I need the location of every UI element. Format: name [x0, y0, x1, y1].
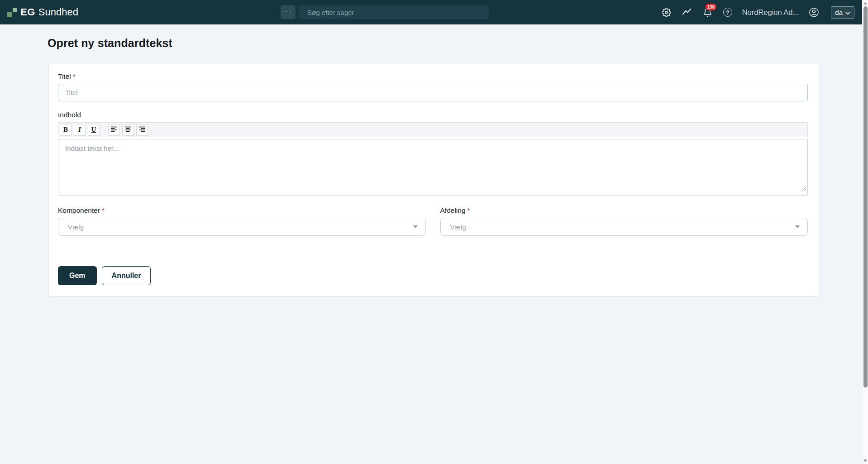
- ellipsis-icon: ···: [284, 7, 292, 15]
- afdeling-select[interactable]: Vælg: [440, 218, 808, 236]
- notifications-button[interactable]: 138: [702, 8, 713, 17]
- overflow-menu-button[interactable]: ···: [281, 5, 296, 19]
- page-title: Opret ny standardtekst: [48, 37, 862, 50]
- scrollbar-thumb[interactable]: [863, 6, 868, 387]
- afdeling-label: Afdeling*: [440, 206, 808, 215]
- required-marker: *: [102, 206, 105, 214]
- language-selector[interactable]: da: [831, 6, 854, 19]
- required-marker: *: [467, 206, 470, 214]
- caret-down-icon: [413, 225, 418, 228]
- top-navigation-bar: EG Sundhed ···: [0, 0, 868, 24]
- underline-button[interactable]: U: [88, 124, 100, 136]
- search-input[interactable]: [300, 5, 489, 19]
- activity-icon: [682, 8, 692, 17]
- richtext-toolbar: B I U: [58, 122, 808, 137]
- user-circle-icon: [809, 7, 819, 18]
- italic-button[interactable]: I: [74, 124, 86, 136]
- notification-count-badge: 138: [706, 4, 717, 10]
- account-organization-label[interactable]: NordRegion Ad...: [742, 8, 799, 17]
- align-center-button[interactable]: [122, 124, 134, 136]
- user-menu-button[interactable]: [808, 7, 820, 18]
- komponenter-field-group: Komponenter* Vælg: [58, 206, 426, 236]
- indhold-label: Indhold: [58, 111, 808, 119]
- question-circle-icon: ?: [723, 8, 732, 17]
- brand-home-link[interactable]: EG Sundhed: [7, 6, 78, 18]
- language-code-label: da: [835, 9, 843, 16]
- scrollbar-up-arrow-icon[interactable]: [863, 2, 867, 5]
- komponenter-select-placeholder: Vælg: [68, 223, 413, 231]
- titel-input[interactable]: [58, 84, 808, 101]
- activity-button[interactable]: [681, 8, 693, 17]
- logo-square-light: [13, 8, 17, 12]
- brand-name-product: Sundhed: [38, 6, 78, 18]
- cancel-button[interactable]: Annuller: [102, 266, 151, 285]
- header-actions: 138 ? NordRegion Ad... da: [661, 6, 854, 19]
- main-content: Opret ny standardtekst Titel* Indhold B …: [0, 24, 862, 464]
- required-marker: *: [73, 72, 76, 80]
- komponenter-label: Komponenter*: [58, 206, 426, 215]
- browser-scrollbar[interactable]: [862, 0, 868, 464]
- richtext-editor-area: [58, 139, 808, 196]
- question-glyph: ?: [726, 9, 730, 16]
- caret-down-icon: [795, 225, 800, 228]
- header-search-area: ···: [281, 5, 489, 19]
- settings-button[interactable]: [661, 8, 672, 17]
- help-button[interactable]: ?: [722, 8, 733, 17]
- afdeling-field-group: Afdeling* Vælg: [440, 206, 808, 236]
- titel-field-group: Titel*: [58, 72, 808, 101]
- form-actions: Gem Annuller: [58, 266, 808, 285]
- standardtekst-form-card: Titel* Indhold B I U: [48, 64, 819, 297]
- indhold-field-group: Indhold B I U: [58, 111, 808, 196]
- scrollbar-down-arrow-icon[interactable]: [863, 459, 867, 462]
- selects-row: Komponenter* Vælg Afdeling* Vælg: [58, 206, 808, 236]
- align-right-button[interactable]: [136, 124, 148, 136]
- indhold-textarea[interactable]: [58, 139, 808, 196]
- brand-name-bold: EG: [20, 6, 35, 18]
- align-center-icon: [125, 126, 131, 134]
- chevron-down-icon: [845, 9, 850, 16]
- komponenter-select[interactable]: Vælg: [58, 218, 426, 236]
- logo-square-dark: [7, 12, 12, 17]
- titel-label: Titel*: [58, 72, 808, 81]
- gear-icon: [662, 8, 671, 17]
- save-button[interactable]: Gem: [58, 266, 97, 285]
- eg-logo-icon: [7, 8, 17, 17]
- align-left-button[interactable]: [108, 124, 120, 136]
- afdeling-select-placeholder: Vælg: [450, 223, 796, 231]
- align-right-icon: [139, 126, 145, 134]
- resize-handle-icon[interactable]: [801, 186, 806, 194]
- align-left-icon: [111, 126, 117, 134]
- bold-button[interactable]: B: [60, 124, 72, 136]
